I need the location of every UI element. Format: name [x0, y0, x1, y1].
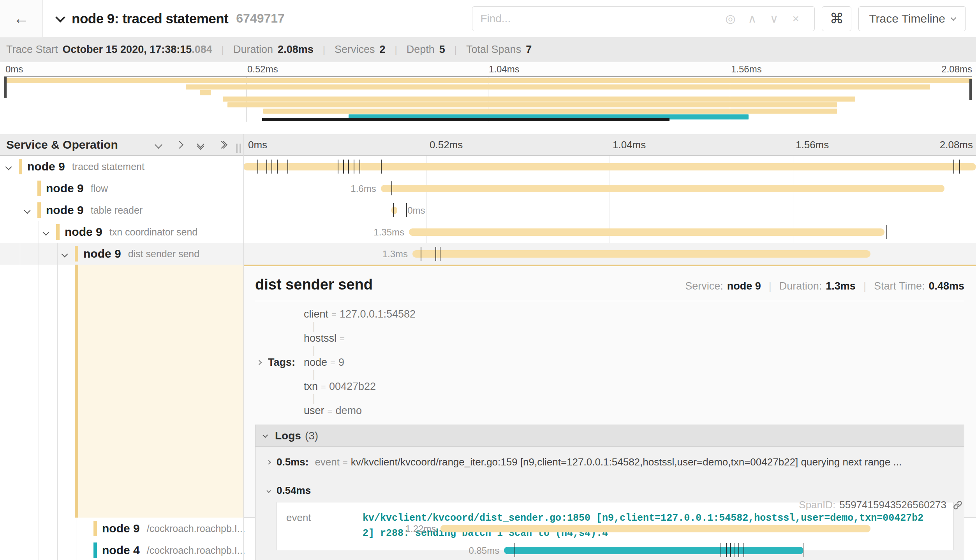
back-button[interactable]: ←: [0, 0, 43, 37]
logs-header[interactable]: Logs (3): [255, 425, 964, 447]
spanid-row: SpanID: 5597415943526560273: [799, 499, 963, 511]
span-row[interactable]: node 4/cockroach.roachpb.I...0.85ms: [0, 539, 976, 560]
find-box: ◎ ∧ ∨ ×: [472, 6, 815, 31]
selected-span-color-stripe: [75, 265, 78, 518]
service-color-bar: [19, 159, 22, 174]
tree-guide: [39, 243, 39, 265]
logs-count: (3): [305, 430, 318, 442]
log-entry[interactable]: 0.5ms: event = kv/kvclient/kvcoord/range…: [264, 447, 955, 477]
span-row-timeline-cell[interactable]: 1.22ms: [243, 518, 976, 539]
operation-name: dist sender send: [128, 248, 199, 260]
span-row-timeline-cell[interactable]: 1.35ms: [243, 221, 976, 243]
span-row-labels: node 9txn coordinator send: [65, 221, 197, 243]
log-marker: [257, 160, 258, 174]
span-row[interactable]: node 9traced statement: [0, 156, 976, 177]
tag-key: hostssl: [304, 332, 336, 344]
command-icon: ⌘: [830, 11, 844, 27]
column-resize-handle[interactable]: [236, 144, 241, 153]
span-row-timeline-cell[interactable]: 0ms: [243, 199, 976, 221]
tag-key: user: [304, 405, 324, 417]
tree-guide: [76, 539, 76, 560]
span-row[interactable]: node 9table reader0ms: [0, 199, 976, 221]
span-bar[interactable]: [504, 547, 803, 554]
trace-view-selector[interactable]: Trace Timeline: [858, 6, 966, 31]
link-icon[interactable]: [953, 500, 963, 510]
header-actions: ◎ ∧ ∨ × ⌘ Trace Timeline: [472, 6, 966, 31]
tree-guide: [20, 177, 20, 199]
span-row-labels: node 9dist sender send: [83, 243, 199, 265]
find-next-icon[interactable]: ∨: [763, 12, 785, 25]
tree-guide: [57, 539, 58, 560]
minimap-right-handle[interactable]: [969, 79, 972, 100]
expand-one-icon[interactable]: [177, 142, 182, 147]
span-row-timeline-cell[interactable]: 1.6ms: [243, 177, 976, 199]
keyboard-shortcuts-button[interactable]: ⌘: [822, 6, 851, 31]
span-bar[interactable]: [381, 185, 944, 192]
tag-separator: |: [312, 393, 315, 404]
page-title: node 9: traced statement: [72, 11, 228, 26]
minimap-span-bar: [227, 102, 837, 107]
chevron-down-icon[interactable]: [6, 164, 11, 171]
service-name: node 9: [102, 522, 140, 535]
selected-span-highlight: [78, 265, 243, 518]
span-row[interactable]: node 9txn coordinator send1.35ms: [0, 221, 976, 243]
tree-guide: [20, 518, 20, 539]
log-marker: [391, 181, 392, 195]
span-duration-label: 1.22ms: [405, 523, 436, 534]
minimap-tick-labels: 0ms 0.52ms 1.04ms 1.56ms 2.08ms: [0, 62, 976, 76]
expand-all-icon[interactable]: [219, 142, 226, 147]
tree-guide: [20, 243, 20, 265]
tag-equals: =: [330, 358, 335, 368]
collapse-one-icon[interactable]: [156, 142, 161, 147]
span-row-timeline-cell[interactable]: 1.3ms: [243, 243, 976, 265]
trace-summary-bar: Trace Start October 15 2020, 17:38:15.08…: [0, 37, 976, 62]
chevron-right-icon: [257, 360, 262, 365]
chevron-down-icon[interactable]: [44, 229, 48, 236]
chevron-down-icon[interactable]: [62, 251, 67, 258]
span-row[interactable]: node 9/cockroach.roachpb.I...1.22ms: [0, 518, 976, 539]
title-chevron-down-icon[interactable]: [55, 12, 65, 22]
trace-minimap[interactable]: [4, 76, 972, 122]
span-row[interactable]: node 9dist sender send1.3ms: [0, 243, 976, 265]
tag-item: txn=00427b22: [304, 381, 416, 393]
tags-list: client=127.0.0.1:54582|hostssl=|node=9|t…: [304, 308, 416, 417]
chevron-down-icon[interactable]: [25, 207, 30, 214]
view-selector-label: Trace Timeline: [869, 12, 945, 25]
locate-icon[interactable]: ◎: [719, 12, 741, 25]
tag-item: user=demo: [304, 405, 416, 417]
span-bar[interactable]: [440, 525, 870, 532]
chevron-down-icon: [266, 488, 271, 493]
span-bar[interactable]: [412, 250, 870, 258]
chevron-right-icon: [266, 460, 271, 464]
span-row-timeline-cell[interactable]: [243, 156, 976, 177]
trace-id: 6749717: [236, 11, 285, 26]
log-marker: [721, 543, 721, 557]
column-divider[interactable]: [243, 134, 244, 560]
tree-guide: [57, 518, 58, 539]
log-marker: [277, 160, 278, 174]
find-clear-icon[interactable]: ×: [785, 12, 807, 25]
log-marker: [271, 160, 272, 174]
minimap-left-handle[interactable]: [4, 77, 7, 98]
minimap-scrollbar[interactable]: [262, 118, 669, 121]
find-prev-icon[interactable]: ∧: [741, 12, 763, 25]
tag-key: txn: [304, 381, 318, 393]
log-marker: [406, 203, 407, 217]
span-row-timeline-cell[interactable]: 0.85ms: [243, 539, 976, 560]
span-bar[interactable]: [409, 228, 884, 236]
tag-equals: =: [328, 406, 333, 416]
find-input[interactable]: [480, 12, 719, 25]
service-name: node 9: [83, 247, 121, 260]
operation-name: traced statement: [72, 161, 144, 172]
trace-depth: Depth 5: [407, 44, 445, 56]
span-row[interactable]: node 9flow1.6ms: [0, 177, 976, 199]
service-color-bar: [75, 246, 78, 262]
tag-key: client: [304, 308, 328, 320]
collapse-all-icon[interactable]: [198, 141, 203, 149]
log-marker: [338, 160, 338, 174]
trace-total-spans: Total Spans 7: [466, 44, 532, 56]
tags-row[interactable]: Tags: client=127.0.0.1:54582|hostssl=|no…: [255, 308, 964, 417]
back-arrow-icon: ←: [14, 10, 29, 27]
operation-name: txn coordinator send: [109, 226, 198, 238]
span-bar[interactable]: [391, 207, 397, 214]
